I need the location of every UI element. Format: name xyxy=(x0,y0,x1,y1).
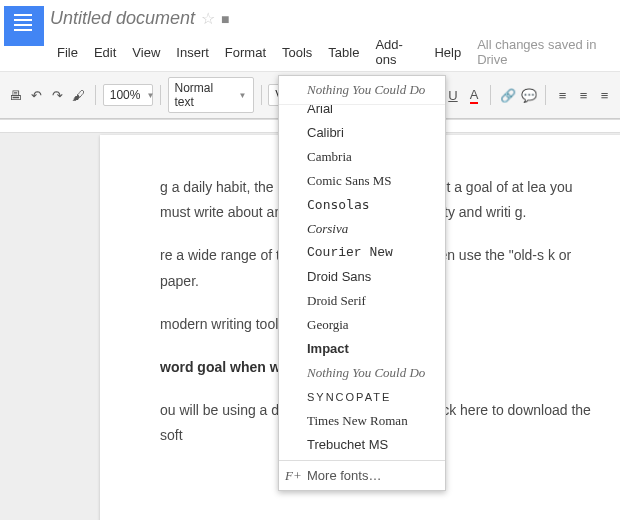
menu-insert[interactable]: Insert xyxy=(169,41,216,64)
paint-format-icon[interactable]: 🖌 xyxy=(69,83,88,107)
document-title[interactable]: Untitled document xyxy=(50,8,195,29)
font-option[interactable]: Nothing You Could Do xyxy=(279,361,445,385)
menubar: File Edit View Insert Format Tools Table… xyxy=(50,33,620,71)
font-option[interactable]: Droid Serif xyxy=(279,289,445,313)
font-option[interactable]: Impact xyxy=(279,337,445,361)
insert-comment-icon[interactable]: 💬 xyxy=(519,83,538,107)
menu-edit[interactable]: Edit xyxy=(87,41,123,64)
menu-table[interactable]: Table xyxy=(321,41,366,64)
font-option[interactable]: Calibri xyxy=(279,121,445,145)
chevron-down-icon: ▼ xyxy=(239,91,247,100)
font-option[interactable]: Corsiva xyxy=(279,217,445,241)
font-option[interactable]: Trebuchet MS xyxy=(279,433,445,457)
menu-help[interactable]: Help xyxy=(427,41,468,64)
align-right-icon[interactable]: ≡ xyxy=(595,83,614,107)
separator xyxy=(261,85,262,105)
font-recent-item[interactable]: Nothing You Could Do xyxy=(279,76,445,105)
separator xyxy=(95,85,96,105)
font-option[interactable]: Georgia xyxy=(279,313,445,337)
more-fonts-icon: F+ xyxy=(285,468,302,484)
undo-icon[interactable]: ↶ xyxy=(27,83,46,107)
more-fonts-item[interactable]: F+ More fonts… xyxy=(279,460,445,490)
separator xyxy=(545,85,546,105)
docs-logo-icon[interactable] xyxy=(4,6,44,46)
font-option[interactable]: Droid Sans xyxy=(279,265,445,289)
text-color-button[interactable]: A xyxy=(464,83,483,107)
underline-button[interactable]: U xyxy=(443,83,462,107)
app-header: Untitled document ☆ ■ File Edit View Ins… xyxy=(0,0,620,72)
star-icon[interactable]: ☆ xyxy=(201,9,215,28)
font-option[interactable]: Consolas xyxy=(279,193,445,217)
menu-format[interactable]: Format xyxy=(218,41,273,64)
redo-icon[interactable]: ↷ xyxy=(48,83,67,107)
font-option[interactable]: Times New Roman xyxy=(279,409,445,433)
align-center-icon[interactable]: ≡ xyxy=(574,83,593,107)
align-left-icon[interactable]: ≡ xyxy=(553,83,572,107)
insert-link-icon[interactable]: 🔗 xyxy=(498,83,517,107)
separator xyxy=(490,85,491,105)
font-option[interactable]: Arial xyxy=(279,105,445,121)
titlebar: Untitled document ☆ ■ File Edit View Ins… xyxy=(50,6,620,71)
font-option[interactable]: Comic Sans MS xyxy=(279,169,445,193)
chevron-down-icon: ▼ xyxy=(146,91,154,100)
font-option[interactable]: Cambria xyxy=(279,145,445,169)
menu-tools[interactable]: Tools xyxy=(275,41,319,64)
zoom-combo[interactable]: 100%▼ xyxy=(103,84,153,106)
menu-addons[interactable]: Add-ons xyxy=(368,33,425,71)
font-option[interactable]: syncopate xyxy=(279,385,445,409)
font-option[interactable]: Courier New xyxy=(279,241,445,265)
separator xyxy=(160,85,161,105)
save-status: All changes saved in Drive xyxy=(470,33,620,71)
print-icon[interactable]: 🖶 xyxy=(6,83,25,107)
font-list-scroll[interactable]: ArialCalibriCambriaComic Sans MSConsolas… xyxy=(279,105,445,460)
folder-icon[interactable]: ■ xyxy=(221,11,229,27)
font-dropdown-menu: Nothing You Could Do ArialCalibriCambria… xyxy=(278,75,446,491)
menu-file[interactable]: File xyxy=(50,41,85,64)
menu-view[interactable]: View xyxy=(125,41,167,64)
paragraph-style-combo[interactable]: Normal text▼ xyxy=(168,77,254,113)
